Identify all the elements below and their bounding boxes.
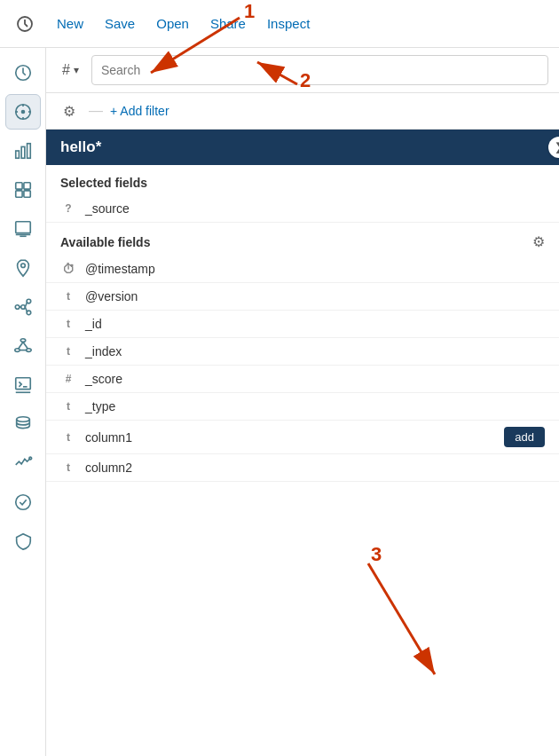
list-item: t _index	[46, 338, 559, 366]
sidebar-item-maps[interactable]	[5, 250, 41, 286]
sidebar-item-apm[interactable]	[5, 445, 41, 481]
filter-separator: —	[89, 103, 103, 119]
svg-point-22	[20, 305, 25, 310]
nav-open[interactable]: Open	[147, 11, 198, 36]
history-icon[interactable]	[9, 8, 41, 40]
filter-row: ⚙ — + Add filter	[46, 93, 559, 130]
collapse-panel-button[interactable]: ❯	[548, 137, 559, 158]
search-row: # ▾	[46, 48, 559, 93]
svg-rect-12	[23, 183, 29, 189]
sidebar-item-history[interactable]	[5, 55, 41, 91]
list-item: t _id	[46, 311, 559, 338]
field-name-type: _type	[85, 399, 545, 413]
nav-share[interactable]: Share	[201, 11, 255, 36]
field-type-icon-column2: t	[60, 461, 76, 474]
list-item: # _score	[46, 366, 559, 393]
available-fields-header: Available fields ⚙	[46, 223, 559, 256]
sidebar-item-dev-tools[interactable]	[5, 367, 41, 403]
svg-rect-15	[15, 222, 30, 233]
list-item: t column2	[46, 454, 559, 482]
list-item: ? _source	[46, 195, 559, 223]
svg-rect-14	[23, 191, 29, 197]
field-name-source: _source	[85, 201, 545, 216]
sidebar-item-visualize[interactable]	[5, 133, 41, 169]
available-fields-title: Available fields	[60, 235, 532, 249]
svg-rect-10	[27, 144, 30, 159]
index-header-bar: hello* ❯	[46, 130, 559, 165]
svg-point-26	[20, 339, 26, 343]
svg-rect-32	[15, 378, 30, 390]
content-area: # ▾ ⚙ — + Add filter hello* ❯ Selected f…	[46, 48, 559, 756]
field-type-icon-id: t	[60, 318, 76, 330]
search-input[interactable]	[91, 55, 548, 85]
svg-point-35	[16, 417, 29, 422]
field-name-score: _score	[85, 372, 545, 386]
fields-panel: Selected fields ? _source Available fiel…	[46, 165, 559, 756]
list-item: t _type	[46, 393, 559, 421]
field-type-icon-column1: t	[60, 431, 76, 444]
svg-line-29	[18, 342, 23, 349]
field-name-timestamp: @timestamp	[85, 262, 545, 276]
sidebar-item-ml[interactable]	[5, 328, 41, 364]
field-type-icon-timestamp: ⏱	[60, 262, 76, 276]
list-item: t @version	[46, 283, 559, 311]
nav-save[interactable]: Save	[96, 11, 144, 36]
selected-fields-header: Selected fields	[46, 165, 559, 195]
hash-icon: #	[62, 62, 70, 78]
svg-point-28	[26, 349, 30, 352]
top-nav: New Save Open Share Inspect	[0, 0, 559, 48]
field-name-index: _index	[85, 344, 545, 358]
list-item: ⏱ @timestamp	[46, 256, 559, 283]
svg-line-24	[25, 303, 27, 308]
field-name-id: _id	[85, 317, 545, 331]
field-name-version: @version	[85, 289, 545, 303]
nav-new[interactable]: New	[48, 11, 92, 36]
svg-point-37	[15, 495, 30, 510]
svg-line-30	[23, 342, 28, 349]
svg-rect-13	[15, 191, 21, 197]
svg-point-18	[20, 264, 25, 268]
svg-point-19	[15, 305, 20, 310]
nav-links: New Save Open Share Inspect	[48, 11, 319, 36]
add-field-button[interactable]: add	[504, 427, 545, 447]
available-fields-gear-icon[interactable]: ⚙	[532, 233, 545, 250]
sidebar-item-stack-mgmt[interactable]	[5, 406, 41, 442]
list-item: t column1 add	[46, 421, 559, 454]
sidebar-item-security[interactable]	[5, 524, 41, 559]
svg-point-27	[14, 349, 20, 352]
field-type-icon-version: t	[60, 290, 76, 303]
field-name-column2: column2	[85, 461, 545, 475]
sidebar-item-discover[interactable]	[5, 94, 41, 130]
field-type-icon-type: t	[60, 400, 76, 413]
field-type-icon-source: ?	[60, 202, 76, 215]
field-type-icon-score: #	[60, 373, 76, 385]
search-input-wrap	[91, 55, 548, 85]
main-layout: # ▾ ⚙ — + Add filter hello* ❯ Selected f…	[0, 48, 559, 756]
svg-point-3	[20, 110, 25, 114]
svg-rect-9	[21, 146, 25, 158]
field-type-icon-index: t	[60, 345, 76, 358]
chevron-down-icon: ▾	[74, 64, 79, 76]
index-selector[interactable]: # ▾	[57, 59, 84, 82]
filter-settings-button[interactable]: ⚙	[57, 98, 82, 123]
add-filter-button[interactable]: + Add filter	[110, 104, 169, 118]
sidebar-item-graph[interactable]	[5, 289, 41, 325]
sidebar	[0, 48, 46, 756]
index-name: hello*	[60, 138, 101, 156]
nav-inspect[interactable]: Inspect	[258, 11, 319, 36]
svg-rect-11	[15, 183, 21, 189]
sidebar-item-uptime[interactable]	[5, 484, 41, 520]
sidebar-item-dashboard[interactable]	[5, 172, 41, 208]
field-name-column1: column1	[85, 430, 504, 445]
sidebar-item-canvas[interactable]	[5, 211, 41, 247]
svg-rect-8	[15, 151, 19, 158]
svg-line-25	[25, 307, 27, 312]
